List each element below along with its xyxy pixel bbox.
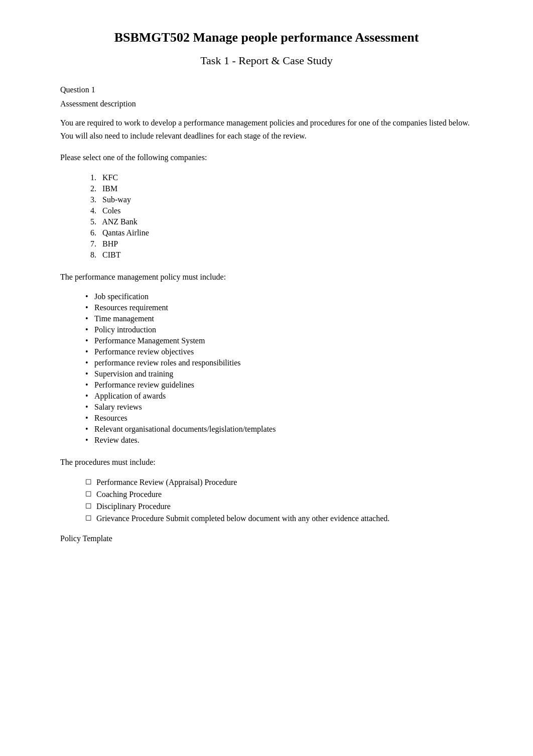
policy-items-list: Job specification Resources requirement … (60, 292, 473, 445)
list-item: Disciplinary Procedure (85, 502, 473, 511)
select-text: Please select one of the following compa… (60, 151, 473, 164)
procedures-list: Performance Review (Appraisal) Procedure… (60, 478, 473, 523)
list-item: 1. KFC (90, 173, 473, 182)
list-item: Performance review guidelines (85, 381, 473, 390)
main-title: BSBMGT502 Manage people performance Asse… (60, 30, 473, 45)
policy-template-label: Policy Template (60, 534, 473, 543)
list-item: Policy introduction (85, 325, 473, 334)
policy-intro: The performance management policy must i… (60, 271, 473, 284)
list-item: 8. CIBT (90, 250, 473, 260)
question-label: Question 1 (60, 85, 473, 94)
procedures-intro: The procedures must include: (60, 456, 473, 469)
intro-text: You are required to work to develop a pe… (60, 116, 473, 142)
list-item: Supervision and training (85, 369, 473, 379)
list-item: Resources requirement (85, 303, 473, 312)
list-item: Performance Management System (85, 336, 473, 345)
companies-list: 1. KFC 2. IBM 3. Sub-way 4. Coles 5. ANZ… (60, 173, 473, 260)
list-item: Performance review objectives (85, 347, 473, 356)
list-item: Grievance Procedure Submit completed bel… (85, 514, 473, 523)
list-item: Relevant organisational documents/legisl… (85, 425, 473, 434)
list-item: Review dates. (85, 436, 473, 445)
list-item: Salary reviews (85, 403, 473, 412)
list-item: 6. Qantas Airline (90, 228, 473, 237)
list-item: 4. Coles (90, 206, 473, 215)
list-item: Coaching Procedure (85, 490, 473, 499)
sub-title: Task 1 - Report & Case Study (60, 54, 473, 67)
list-item: Resources (85, 414, 473, 423)
list-item: performance review roles and responsibil… (85, 358, 473, 367)
list-item: 5. ANZ Bank (90, 217, 473, 226)
assessment-label: Assessment description (60, 99, 473, 108)
list-item: 3. Sub-way (90, 195, 473, 204)
list-item: Job specification (85, 292, 473, 301)
list-item: Performance Review (Appraisal) Procedure (85, 478, 473, 487)
list-item: 2. IBM (90, 184, 473, 193)
list-item: Time management (85, 314, 473, 323)
list-item: Application of awards (85, 392, 473, 401)
list-item: 7. BHP (90, 239, 473, 248)
